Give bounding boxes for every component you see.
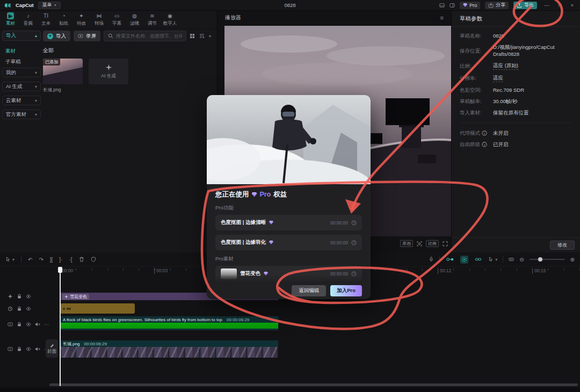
tab-filters[interactable]: ◍滤镜 (126, 12, 143, 27)
tab-audio[interactable]: ♪音频 (20, 12, 37, 27)
lock-icon[interactable] (17, 294, 22, 299)
mute-icon[interactable] (35, 346, 40, 352)
info-icon[interactable] (482, 142, 487, 147)
sidebar-item-subdraft[interactable]: 子草稿 (0, 57, 43, 67)
screen-record-button[interactable]: 录屏 (74, 31, 100, 41)
import-button[interactable]: + 导入 (43, 31, 70, 41)
sidebar-item-material[interactable]: 素材 (0, 46, 43, 56)
eye-icon[interactable] (26, 306, 31, 311)
sort-icon[interactable] (199, 33, 205, 39)
clock-icon[interactable] (351, 220, 357, 226)
tab-captions[interactable]: ▭字幕 (108, 12, 125, 27)
close-button[interactable]: × (568, 2, 576, 8)
lock-icon[interactable] (17, 346, 22, 352)
ruler-label: 00:12 (438, 268, 451, 274)
export-button[interactable]: 导出 (513, 2, 537, 9)
slider-knob[interactable] (538, 257, 542, 262)
tab-transitions[interactable]: ⋈转场 (91, 12, 107, 27)
fullscreen-icon[interactable] (443, 241, 448, 246)
horizontal-scrollbar[interactable] (49, 383, 578, 386)
focus-icon[interactable] (417, 241, 422, 246)
pro-feature-row[interactable]: 色度抠图 | 边缘羽化 00:00:00 (215, 235, 362, 250)
lock-icon[interactable] (17, 322, 22, 327)
cursor-mode-dropdown[interactable]: ▾ (488, 257, 497, 262)
sticker-track-icon[interactable] (8, 306, 13, 311)
pro-badge-button[interactable]: Pro (460, 2, 480, 9)
original-quality-badge[interactable]: 原画 (400, 240, 413, 247)
eye-icon[interactable] (26, 346, 31, 352)
lock-icon[interactable] (17, 306, 22, 311)
pro-feature-row[interactable]: 色度抠图 | 边缘清晰 00:00:00 (215, 215, 362, 230)
eye-icon[interactable] (26, 322, 31, 327)
auto-snap-toggle[interactable] (460, 256, 468, 264)
pro-benefits-dialog: 您正在使用 Pro 权益 Pro功能 色度抠图 | 边缘清晰 00:00:00 … (207, 95, 371, 299)
minimize-button[interactable]: — (542, 2, 552, 8)
redo-button[interactable]: ↷ (39, 257, 43, 263)
grid-view-icon[interactable] (190, 33, 195, 39)
filter-dropdown-icon[interactable]: ▾ (209, 34, 211, 39)
record-audio-button[interactable] (429, 257, 434, 262)
filters-tab-icon: ◍ (131, 12, 138, 19)
player-menu-icon[interactable]: ≡ (440, 14, 444, 21)
sidebar-group-official[interactable]: 官方素材▾ (2, 110, 41, 119)
ai-generate-card[interactable]: AI 生成 (89, 59, 128, 84)
tab-adjust[interactable]: ≋调节 (144, 12, 161, 27)
sticker-clip[interactable] (60, 303, 135, 314)
pencil-icon (50, 344, 54, 348)
undo-button[interactable]: ↶ (28, 257, 32, 263)
sidebar-group-mine[interactable]: 我的▾ (2, 68, 41, 77)
media-card-greatwall[interactable]: 已添加 长城.png (43, 59, 83, 93)
split-left-button[interactable]: ]· (59, 257, 62, 263)
field-import-material: 导入素材:保留在原有位置 (460, 109, 572, 116)
mask-button[interactable] (91, 257, 96, 262)
media-tab-icon: ▶ (7, 12, 14, 19)
menu-label: 菜单 (42, 2, 52, 9)
clock-icon[interactable] (351, 240, 357, 245)
effect-icon[interactable] (8, 294, 13, 299)
adapt-timeline-button[interactable] (509, 257, 514, 262)
timeline-zoom-slider[interactable] (530, 259, 565, 260)
greenscreen-clip[interactable]: A flock of black birds flies on greenscr… (60, 316, 278, 330)
split-button[interactable]: ][ (50, 257, 53, 263)
info-icon[interactable] (482, 130, 487, 136)
maximize-button[interactable]: □ (556, 2, 564, 8)
zoom-out-button[interactable]: ⊖ (519, 257, 524, 263)
pro-label: Pro (469, 3, 477, 8)
eye-icon[interactable] (26, 294, 31, 299)
playhead-handle[interactable] (58, 267, 62, 273)
tab-sticker[interactable]: ◔贴纸 (55, 12, 72, 27)
delete-button[interactable] (79, 257, 84, 262)
split-right-button[interactable]: ·[ (69, 257, 72, 263)
main-clip-thumbnails (60, 347, 278, 358)
playhead[interactable] (60, 267, 61, 386)
tab-text[interactable]: TI文本 (38, 12, 54, 27)
share-button[interactable]: 分享 (485, 2, 509, 9)
main-track-magnet-toggle[interactable] (445, 256, 455, 263)
search-input[interactable] (116, 33, 182, 39)
zoom-in-button[interactable]: ⊕ (570, 257, 575, 263)
search-box[interactable] (104, 31, 186, 41)
mute-icon[interactable] (35, 322, 40, 327)
menu-button[interactable]: 菜单 ▾ (38, 2, 61, 9)
clip-track-icon[interactable] (8, 346, 13, 352)
tab-effects[interactable]: ✦特效 (73, 12, 90, 27)
more-icon[interactable]: ··· (44, 322, 49, 327)
tab-media[interactable]: ▶素材 (2, 12, 19, 27)
sticker-clip-icon (63, 308, 65, 310)
layout-toggle-icon[interactable] (439, 3, 445, 8)
main-video-clip[interactable]: 长城.png 00:00:06:29 (60, 340, 278, 358)
panel-toggle-icon[interactable] (450, 3, 455, 8)
sidebar-group-cloud[interactable]: 云素材▾ (2, 96, 41, 105)
link-toggle[interactable] (474, 256, 483, 263)
tab-avatar[interactable]: ◉数字人 (162, 12, 178, 27)
clip-track-icon[interactable] (8, 322, 13, 327)
select-tool-button[interactable]: ▾ (5, 257, 15, 262)
join-pro-button[interactable]: 加入Pro (330, 285, 362, 296)
ratio-badge[interactable]: 比例 (426, 240, 439, 247)
modify-button[interactable]: 修改 (550, 241, 575, 250)
captions-tab-icon: ▭ (113, 12, 120, 19)
sidebar-group-ai[interactable]: AI 生成▾ (2, 82, 41, 91)
cover-button[interactable]: 封面 (46, 339, 58, 358)
back-to-edit-button[interactable]: 返回编辑 (292, 285, 326, 296)
import-category-dropdown[interactable]: 导入 ▴ (2, 31, 41, 41)
